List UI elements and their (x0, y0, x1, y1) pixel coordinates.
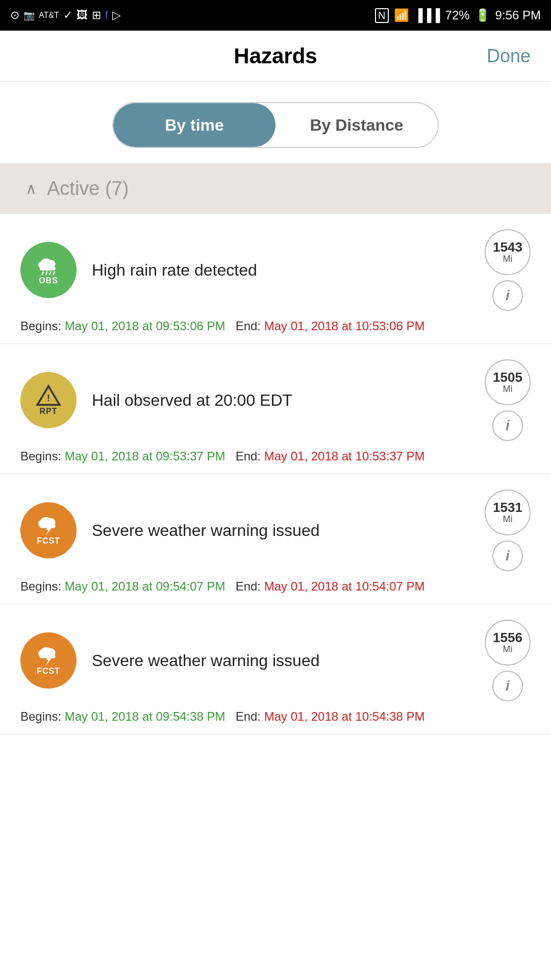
hazard-item: FCST Severe weather warning issued 1556 … (0, 604, 551, 734)
hazard-time-3: Begins: May 01, 2018 at 09:54:07 PM End:… (20, 579, 531, 594)
distance-badge-3: 1531 Mi (485, 489, 531, 535)
svg-line-5 (46, 272, 47, 275)
att-icon: AT&T (39, 11, 59, 20)
hazard-icon-rain-obs: OBS (20, 242, 77, 298)
hazard-time-4: Begins: May 01, 2018 at 09:54:38 PM End:… (20, 709, 531, 724)
active-section-title: Active (7) (47, 178, 129, 200)
begins-label-1: Begins: (20, 319, 61, 333)
begins-val-4: May 01, 2018 at 09:54:38 PM (65, 709, 226, 723)
hazard-title-2: Hail observed at 20:00 EDT (92, 391, 485, 410)
distance-unit-1: Mi (503, 254, 513, 264)
end-label-3: End: (236, 579, 261, 593)
app-icon-1: 📷 (23, 10, 35, 21)
hazard-icon-warn-fcst-2: FCST (20, 632, 77, 689)
header: Hazards Done (0, 31, 551, 82)
svg-line-4 (42, 272, 43, 275)
segment-by-distance[interactable]: By Distance (276, 103, 438, 147)
hazard-title-1: High rain rate detected (92, 261, 485, 280)
distance-unit-2: Mi (503, 384, 513, 395)
distance-unit-4: Mi (503, 644, 513, 655)
info-button-2[interactable]: i (492, 410, 523, 441)
battery-icon: 🔋 (475, 8, 490, 22)
begins-label-2: Begins: (20, 449, 61, 463)
storm-cloud-icon-1 (35, 515, 62, 535)
sort-segment-control[interactable]: By time By Distance (112, 102, 439, 148)
svg-line-6 (49, 272, 51, 275)
hazard-item: ! RPT Hail observed at 20:00 EDT 1505 Mi… (0, 344, 551, 474)
end-label-4: End: (236, 709, 261, 723)
nfc-icon: N (375, 8, 388, 23)
icon-label-obs: OBS (39, 276, 58, 285)
hazard-item: FCST Severe weather warning issued 1531 … (0, 474, 551, 604)
check-icon: ✓ (63, 9, 72, 22)
distance-badge-4: 1556 Mi (485, 620, 531, 666)
end-label-1: End: (236, 319, 261, 333)
status-icons-left: ⊙ 📷 AT&T ✓ 🖼 ⊞ f ▷ (10, 9, 121, 22)
svg-rect-3 (40, 267, 56, 271)
distance-num-2: 1505 (493, 371, 522, 384)
grid-icon: ⊞ (92, 9, 101, 22)
hazard-icon-hail-rpt: ! RPT (20, 372, 77, 428)
status-bar: ⊙ 📷 AT&T ✓ 🖼 ⊞ f ▷ N 📶 ▐▐▐ 72% 🔋 9:56 PM (0, 0, 551, 31)
distance-badge-2: 1505 Mi (485, 359, 531, 405)
hazard-icon-warn-fcst-1: FCST (20, 502, 77, 558)
end-label-2: End: (236, 449, 261, 463)
distance-unit-3: Mi (503, 514, 513, 525)
svg-line-7 (53, 272, 55, 275)
begins-label-4: Begins: (20, 709, 61, 723)
end-val-2: May 01, 2018 at 10:53:37 PM (264, 449, 425, 463)
carrier-icon: ⊙ (10, 9, 19, 22)
done-button[interactable]: Done (487, 45, 531, 67)
distance-num-1: 1543 (493, 240, 522, 254)
info-button-4[interactable]: i (492, 671, 523, 701)
facebook-icon: f (105, 9, 108, 22)
status-icons-right: N 📶 ▐▐▐ 72% 🔋 9:56 PM (375, 8, 541, 23)
icon-label-rpt: RPT (40, 407, 58, 416)
hazard-right-1: 1543 Mi i (485, 229, 531, 311)
page-title: Hazards (234, 44, 317, 68)
hazard-time-2: Begins: May 01, 2018 at 09:53:37 PM End:… (20, 449, 531, 463)
begins-label-3: Begins: (20, 579, 61, 593)
end-val-1: May 01, 2018 at 10:53:06 PM (264, 319, 425, 333)
distance-num-4: 1556 (493, 631, 522, 644)
battery-text: 72% (445, 8, 470, 22)
image-icon: 🖼 (77, 9, 88, 22)
hazard-title-3: Severe weather warning issued (92, 521, 485, 540)
hazard-item: OBS High rain rate detected 1543 Mi i Be… (0, 214, 551, 344)
begins-val-2: May 01, 2018 at 09:53:37 PM (65, 449, 226, 463)
end-val-3: May 01, 2018 at 10:54:07 PM (264, 579, 425, 593)
active-section-header[interactable]: ∧ Active (7) (0, 163, 551, 214)
hazard-right-4: 1556 Mi i (485, 620, 531, 701)
collapse-chevron-icon[interactable]: ∧ (26, 180, 37, 198)
distance-badge-1: 1543 Mi (485, 229, 531, 275)
begins-val-1: May 01, 2018 at 09:53:06 PM (65, 319, 226, 333)
info-button-3[interactable]: i (492, 541, 523, 571)
info-button-1[interactable]: i (492, 280, 523, 311)
time-display: 9:56 PM (495, 8, 541, 22)
hazard-time-1: Begins: May 01, 2018 at 09:53:06 PM End:… (20, 319, 531, 333)
play-icon: ▷ (112, 9, 121, 22)
begins-val-3: May 01, 2018 at 09:54:07 PM (65, 579, 226, 593)
icon-label-fcst-1: FCST (37, 536, 60, 546)
segment-by-time[interactable]: By time (113, 103, 276, 147)
end-val-4: May 01, 2018 at 10:54:38 PM (264, 709, 425, 723)
wifi-icon: 📶 (394, 8, 409, 22)
hail-triangle-icon: ! (35, 384, 62, 406)
signal-icon: ▐▐▐ (414, 8, 440, 22)
hazard-title-4: Severe weather warning issued (92, 651, 485, 670)
segment-container: By time By Distance (0, 82, 551, 163)
distance-num-3: 1531 (493, 501, 522, 514)
hazard-list: OBS High rain rate detected 1543 Mi i Be… (0, 214, 551, 734)
rain-cloud-icon (35, 255, 62, 275)
hazard-right-2: 1505 Mi i (485, 359, 531, 441)
svg-text:!: ! (47, 393, 50, 403)
storm-cloud-icon-2 (35, 645, 62, 666)
icon-label-fcst-2: FCST (37, 667, 60, 676)
hazard-right-3: 1531 Mi i (485, 489, 531, 571)
